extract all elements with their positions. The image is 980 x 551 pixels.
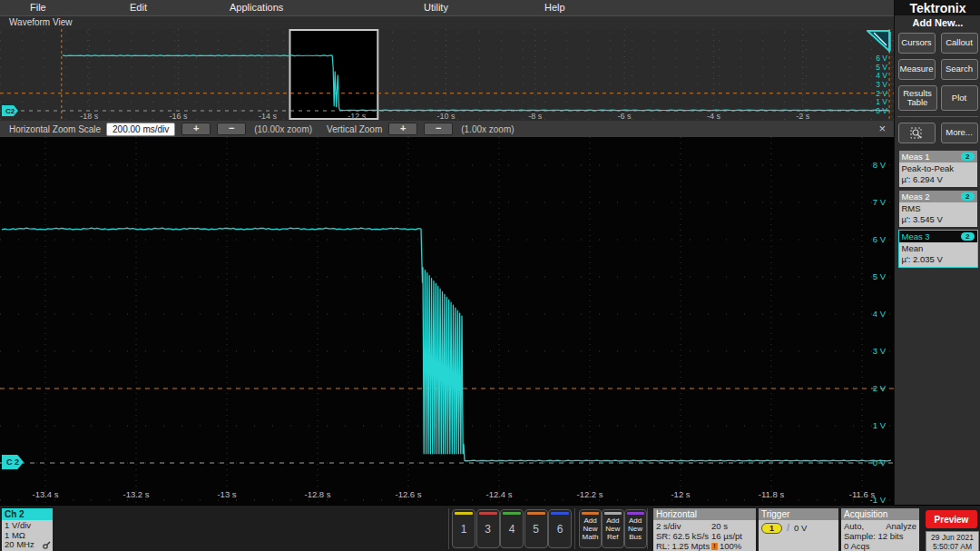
channel-number: 4 xyxy=(501,523,523,536)
overview-plot[interactable]: -18 s-16 s-14 s-12 s-10 s-8 s-6 s-4 s-2 … xyxy=(0,29,894,121)
measurement-list: Meas 12Peak-to-Peakµ': 6.294 VMeas 22RMS… xyxy=(895,151,980,267)
add-new-header: Add New... xyxy=(895,17,980,28)
horizontal-zoom-plus-button[interactable]: + xyxy=(181,123,211,135)
waveform-overview[interactable]: -18 s-16 s-14 s-12 s-10 s-8 s-6 s-4 s-2 … xyxy=(0,29,894,121)
overview-x-tick-label: -18 s xyxy=(80,112,99,121)
overview-y-tick-label: 1 V xyxy=(876,97,887,106)
acquisition-sample: Sample: 12 bits xyxy=(844,531,916,541)
measurement-type: Peak-to-Peak xyxy=(902,163,975,174)
channel-1-button[interactable]: 1 xyxy=(452,509,475,548)
add-measure-button[interactable]: Measure xyxy=(898,59,936,80)
measurement-card-1[interactable]: Meas 12Peak-to-Peakµ': 6.294 V xyxy=(899,151,977,187)
menu-utility[interactable]: Utility xyxy=(424,2,448,13)
preview-button[interactable]: Preview xyxy=(926,510,977,528)
acquisition-panel[interactable]: Acquisition Auto, Analyze Sample: 12 bit… xyxy=(841,508,919,551)
main-x-tick-label: -12.2 s xyxy=(576,489,603,499)
add-new-math-button[interactable]: AddNewMath xyxy=(579,509,602,548)
add-cursors-button[interactable]: Cursors xyxy=(898,33,936,54)
horizontal-panel[interactable]: Horizontal 2 s/div 20 s SR: 62.5 kS/s 16… xyxy=(653,508,756,551)
channel-number: 3 xyxy=(477,523,499,536)
horizontal-row-samplerate: SR: 62.5 kS/s 16 µs/pt xyxy=(656,531,753,541)
channel-6-button[interactable]: 6 xyxy=(548,509,572,548)
expansion-point-icon[interactable] xyxy=(867,30,892,54)
vertical-zoom-minus-button[interactable]: − xyxy=(424,123,453,135)
channel2-badge[interactable]: Ch 2 1 V/div 1 MΩ 20 MHz xyxy=(2,508,53,551)
divider xyxy=(574,508,575,549)
overview-x-tick-label: -2 s xyxy=(796,112,810,121)
menu-applications[interactable]: Applications xyxy=(230,2,283,13)
horizontal-panel-title: Horizontal xyxy=(653,508,756,520)
measurement-body: Meanµ': 2.035 V xyxy=(899,242,977,267)
measurement-value: µ': 6.294 V xyxy=(902,174,975,185)
overview-y-tick-label: 2 V xyxy=(876,89,887,98)
acquisition-row-mode: Auto, Analyze xyxy=(844,521,916,531)
measurement-value: µ': 2.035 V xyxy=(902,254,975,265)
channel-number: 6 xyxy=(549,523,571,536)
trigger-level: 0 V xyxy=(794,523,807,533)
menu-file[interactable]: File xyxy=(30,2,46,13)
measurement-header: Meas 12 xyxy=(899,151,977,162)
channel-3-button[interactable]: 3 xyxy=(476,509,500,548)
close-zoom-icon[interactable]: × xyxy=(878,122,886,135)
more-button[interactable]: More... xyxy=(941,123,978,143)
tab-bar: Waveform View xyxy=(0,15,894,30)
menu-help[interactable]: Help xyxy=(544,2,565,13)
trigger-source-badge[interactable]: 1 xyxy=(761,523,782,534)
channel-5-button[interactable]: 5 xyxy=(524,509,548,548)
main-x-tick-label: -12 s xyxy=(671,489,690,499)
divider xyxy=(647,508,648,549)
measurement-name: Meas 1 xyxy=(902,152,930,162)
vertical-zoom-plus-button[interactable]: + xyxy=(388,123,417,135)
main-y-tick-label: 0 V xyxy=(873,458,887,467)
main-y-tick-label: 3 V xyxy=(873,346,887,356)
main-plot[interactable]: -13.4 s-13.2 s-13 s-12.8 s-12.6 s-12.4 s… xyxy=(0,137,894,505)
measurement-source-badge: 2 xyxy=(961,192,974,201)
zoom-scale-bar: Horizontal Zoom Scale 200.00 ms/div + − … xyxy=(0,121,894,137)
main-y-tick-label: 8 V xyxy=(873,160,887,170)
horizontal-row-scale: 2 s/div 20 s xyxy=(656,521,753,531)
menu-edit[interactable]: Edit xyxy=(130,2,147,13)
add-new-label: AddNewRef xyxy=(603,517,623,541)
right-sidebar: Tektronix Add New... CursorsCalloutMeasu… xyxy=(894,0,980,505)
time-label: 5:50:07 AM xyxy=(926,542,978,551)
add-callout-button[interactable]: Callout xyxy=(941,33,978,54)
main-y-tick-label: 6 V xyxy=(873,234,887,244)
overview-y-tick-label: 3 V xyxy=(876,80,887,89)
measurement-source-badge: 2 xyxy=(961,232,974,241)
trigger-panel[interactable]: Trigger 1 / 0 V xyxy=(759,508,838,551)
channel-color-stripe xyxy=(551,512,569,515)
main-x-tick-label: -12.4 s xyxy=(485,489,512,499)
trigger-slope-icon: / xyxy=(787,523,789,533)
add-new-ref-button[interactable]: AddNewRef xyxy=(602,509,624,548)
add-new-bus-button[interactable]: AddNewBus xyxy=(624,509,647,548)
add-new-button-grid: CursorsCalloutMeasureSearchResults Table… xyxy=(895,33,980,111)
overview-x-tick-label: -8 s xyxy=(528,112,543,121)
measurement-card-2[interactable]: Meas 22RMSµ': 3.545 V xyxy=(899,191,977,227)
zoom-select-button[interactable] xyxy=(898,123,936,143)
horizontal-zoom-scale-input[interactable]: 200.00 ms/div xyxy=(106,123,175,136)
measurement-body: RMSµ': 3.545 V xyxy=(899,202,977,227)
menu-bar: FileEditApplicationsUtilityHelp xyxy=(0,0,894,15)
main-waveform-view[interactable]: -13.4 s-13.2 s-13 s-12.8 s-12.6 s-12.4 s… xyxy=(0,137,894,505)
measurement-name: Meas 2 xyxy=(902,192,930,202)
measurement-card-3[interactable]: Meas 32Meanµ': 2.035 V xyxy=(899,231,977,267)
add-plot-button[interactable]: Plot xyxy=(941,85,978,111)
horizontal-scale: 2 s/div xyxy=(656,521,681,531)
acquisition-mode: Auto, xyxy=(844,521,864,531)
buffer-status: ! 100% xyxy=(711,541,753,551)
vertical-zoom-label: Vertical Zoom xyxy=(327,124,382,134)
measurement-header: Meas 22 xyxy=(899,191,977,202)
overview-x-tick-label: -16 s xyxy=(170,112,189,121)
horizontal-zoom-minus-button[interactable]: − xyxy=(217,123,246,135)
tab-waveform-view[interactable]: Waveform View xyxy=(5,17,75,27)
add-search-button[interactable]: Search xyxy=(941,59,978,80)
trigger-panel-title: Trigger xyxy=(759,508,838,520)
add-results-table-button[interactable]: Results Table xyxy=(898,85,937,111)
main-y-tick-label: 1 V xyxy=(873,420,887,430)
channel-4-button[interactable]: 4 xyxy=(500,509,524,548)
main-x-tick-label: -12.8 s xyxy=(304,489,330,499)
measurement-body: Peak-to-Peakµ': 6.294 V xyxy=(899,162,977,187)
channel2-name[interactable]: Ch 2 xyxy=(2,508,53,520)
main-x-tick-label: -11.8 s xyxy=(759,489,785,499)
horizontal-zoom-scale-label: Horizontal Zoom Scale xyxy=(9,124,101,134)
